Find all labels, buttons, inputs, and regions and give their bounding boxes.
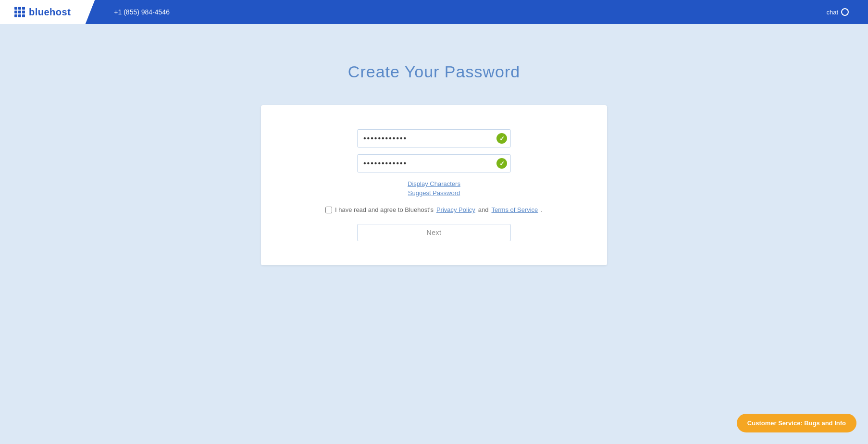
display-characters-link[interactable]: Display Characters <box>408 180 460 187</box>
customer-service-button[interactable]: Customer Service: Bugs and Info <box>737 414 856 432</box>
next-button[interactable]: Next <box>357 224 511 241</box>
password-card: Display Characters Suggest Password I ha… <box>261 105 607 265</box>
agree-row: I have read and agree to Bluehost's Priv… <box>280 206 588 213</box>
main-content: Create Your Password Display Characters … <box>0 24 868 265</box>
suggest-password-link[interactable]: Suggest Password <box>408 189 460 197</box>
chat-icon <box>841 8 849 16</box>
password-input[interactable] <box>357 129 511 148</box>
header: bluehost +1 (855) 984-4546 chat <box>0 0 868 24</box>
confirm-password-input[interactable] <box>357 154 511 173</box>
privacy-policy-link[interactable]: Privacy Policy <box>436 206 475 213</box>
confirm-password-valid-icon <box>496 158 507 169</box>
password-links: Display Characters Suggest Password <box>280 180 588 197</box>
agree-checkbox[interactable] <box>325 207 332 213</box>
agree-text-and: and <box>478 206 489 213</box>
agree-text-before: I have read and agree to Bluehost's <box>335 206 434 213</box>
password-input-wrapper <box>357 129 511 148</box>
confirm-password-input-wrapper <box>357 154 511 173</box>
phone-number: +1 (855) 984-4546 <box>114 8 170 16</box>
terms-of-service-link[interactable]: Terms of Service <box>492 206 538 213</box>
chat-label: chat <box>826 9 838 16</box>
bluehost-grid-icon <box>14 7 25 17</box>
password-valid-icon <box>496 133 507 144</box>
page-title: Create Your Password <box>348 62 520 81</box>
logo-text: bluehost <box>29 7 71 18</box>
logo-section: bluehost <box>0 0 95 24</box>
agree-text-after: . <box>541 206 543 213</box>
chat-link[interactable]: chat <box>826 8 849 16</box>
next-button-wrapper: Next <box>280 224 588 241</box>
password-form-group <box>280 129 588 173</box>
